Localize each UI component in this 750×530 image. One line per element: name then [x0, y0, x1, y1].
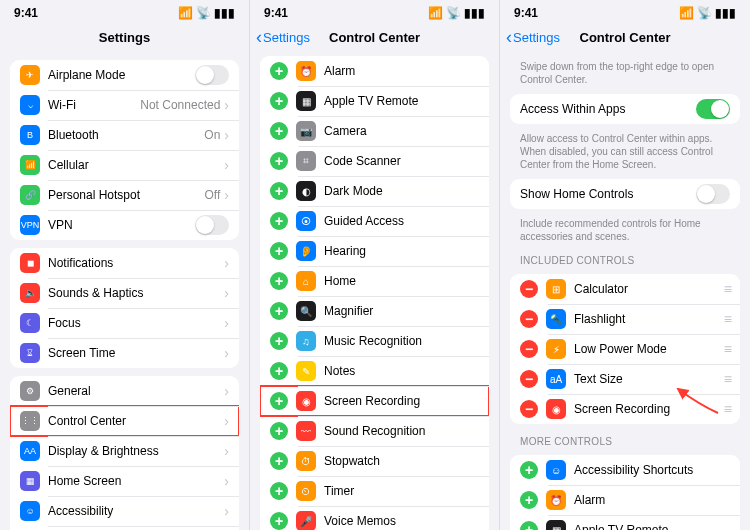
- control-row[interactable]: +⌗Code Scanner: [260, 146, 489, 176]
- toggle[interactable]: [696, 99, 730, 119]
- row-label: Display & Brightness: [48, 444, 224, 458]
- settings-row[interactable]: AADisplay & Brightness›: [10, 436, 239, 466]
- add-button[interactable]: +: [270, 182, 288, 200]
- wifi-icon: 📡: [196, 6, 211, 20]
- row-label: Text Size: [574, 372, 724, 386]
- settings-row[interactable]: 🔗Personal HotspotOff›: [10, 180, 239, 210]
- wifi-icon: 📡: [697, 6, 712, 20]
- status-bar: 9:41 📶 📡 ▮▮▮: [250, 0, 499, 22]
- add-button[interactable]: +: [270, 272, 288, 290]
- drag-handle-icon[interactable]: ≡: [724, 401, 730, 417]
- settings-row[interactable]: BBluetoothOn›: [10, 120, 239, 150]
- add-button[interactable]: +: [270, 512, 288, 530]
- remove-button[interactable]: −: [520, 340, 538, 358]
- row-label: Alarm: [324, 64, 479, 78]
- settings-row[interactable]: ⌵Wi-FiNot Connected›: [10, 90, 239, 120]
- chevron-left-icon: ‹: [506, 28, 512, 46]
- remove-button[interactable]: −: [520, 310, 538, 328]
- add-button[interactable]: +: [270, 452, 288, 470]
- control-row[interactable]: +▦Apple TV Remote: [510, 515, 740, 530]
- add-button[interactable]: +: [270, 362, 288, 380]
- control-icon: ⌂: [296, 271, 316, 291]
- settings-row[interactable]: ⌛︎Screen Time›: [10, 338, 239, 368]
- remove-button[interactable]: −: [520, 370, 538, 388]
- control-row[interactable]: +▦Apple TV Remote: [260, 86, 489, 116]
- add-button[interactable]: +: [270, 122, 288, 140]
- remove-button[interactable]: −: [520, 400, 538, 418]
- app-icon: ▦: [20, 471, 40, 491]
- add-button[interactable]: +: [520, 521, 538, 530]
- add-button[interactable]: +: [270, 62, 288, 80]
- add-button[interactable]: +: [270, 332, 288, 350]
- add-button[interactable]: +: [270, 482, 288, 500]
- settings-row[interactable]: ❀Wallpaper›: [10, 526, 239, 530]
- row-label: Timer: [324, 484, 479, 498]
- drag-handle-icon[interactable]: ≡: [724, 341, 730, 357]
- control-row[interactable]: +⌂Home: [260, 266, 489, 296]
- control-row[interactable]: +⏱Stopwatch: [260, 446, 489, 476]
- add-button[interactable]: +: [520, 491, 538, 509]
- control-icon: ▦: [546, 520, 566, 530]
- toggle[interactable]: [195, 215, 229, 235]
- control-row[interactable]: +◉Screen Recording: [260, 386, 489, 416]
- settings-row[interactable]: 🔈Sounds & Haptics›: [10, 278, 239, 308]
- settings-row[interactable]: ◼︎Notifications›: [10, 248, 239, 278]
- included-row[interactable]: −aAText Size≡: [510, 364, 740, 394]
- control-row[interactable]: +✎Notes: [260, 356, 489, 386]
- add-button[interactable]: +: [520, 461, 538, 479]
- app-icon: 🔗: [20, 185, 40, 205]
- row-show-home-controls[interactable]: Show Home Controls: [510, 179, 740, 209]
- settings-row[interactable]: ⚙︎General›: [10, 376, 239, 406]
- drag-handle-icon[interactable]: ≡: [724, 371, 730, 387]
- app-icon: 📶: [20, 155, 40, 175]
- control-row[interactable]: +⏰Alarm: [260, 56, 489, 86]
- row-label: Screen Time: [48, 346, 224, 360]
- settings-row[interactable]: VPNVPN: [10, 210, 239, 240]
- control-row[interactable]: +🔍Magnifier: [260, 296, 489, 326]
- toggle[interactable]: [696, 184, 730, 204]
- control-row[interactable]: +👂Hearing: [260, 236, 489, 266]
- included-row[interactable]: −🔦Flashlight≡: [510, 304, 740, 334]
- included-row[interactable]: −⚡︎Low Power Mode≡: [510, 334, 740, 364]
- settings-row[interactable]: ▦Home Screen›: [10, 466, 239, 496]
- add-button[interactable]: +: [270, 392, 288, 410]
- control-row[interactable]: +🎤Voice Memos: [260, 506, 489, 530]
- section-header: More Controls: [520, 436, 730, 447]
- drag-handle-icon[interactable]: ≡: [724, 281, 730, 297]
- settings-row[interactable]: ☺︎Accessibility›: [10, 496, 239, 526]
- settings-row[interactable]: 📶Cellular›: [10, 150, 239, 180]
- row-access-within-apps[interactable]: Access Within Apps: [510, 94, 740, 124]
- row-label: Apple TV Remote: [574, 523, 730, 530]
- add-button[interactable]: +: [270, 422, 288, 440]
- control-row[interactable]: +⦿Guided Access: [260, 206, 489, 236]
- control-icon: ♫: [296, 331, 316, 351]
- control-row[interactable]: +⏲Timer: [260, 476, 489, 506]
- drag-handle-icon[interactable]: ≡: [724, 311, 730, 327]
- control-row[interactable]: +☺︎Accessibility Shortcuts: [510, 455, 740, 485]
- included-row[interactable]: −⊞Calculator≡: [510, 274, 740, 304]
- control-icon: ◉: [546, 399, 566, 419]
- add-button[interactable]: +: [270, 242, 288, 260]
- add-button[interactable]: +: [270, 152, 288, 170]
- app-icon: ⚙︎: [20, 381, 40, 401]
- control-row[interactable]: +◐Dark Mode: [260, 176, 489, 206]
- back-button[interactable]: ‹ Settings: [506, 28, 560, 46]
- chevron-right-icon: ›: [224, 187, 229, 203]
- add-button[interactable]: +: [270, 92, 288, 110]
- control-row[interactable]: +♫Music Recognition: [260, 326, 489, 356]
- control-row[interactable]: +⏰Alarm: [510, 485, 740, 515]
- settings-row[interactable]: ☾Focus›: [10, 308, 239, 338]
- add-button[interactable]: +: [270, 302, 288, 320]
- row-label: Low Power Mode: [574, 342, 724, 356]
- back-button[interactable]: ‹ Settings: [256, 28, 310, 46]
- remove-button[interactable]: −: [520, 280, 538, 298]
- phone-control-center-settings: 9:41 📶 📡 ▮▮▮ ‹ Settings Control Center S…: [500, 0, 750, 530]
- control-icon: ⏰: [296, 61, 316, 81]
- control-row[interactable]: +📷Camera: [260, 116, 489, 146]
- add-button[interactable]: +: [270, 212, 288, 230]
- settings-row[interactable]: ✈︎Airplane Mode: [10, 60, 239, 90]
- control-row[interactable]: +〰︎Sound Recognition: [260, 416, 489, 446]
- settings-row[interactable]: ⋮⋮Control Center›: [10, 406, 239, 436]
- toggle[interactable]: [195, 65, 229, 85]
- included-row[interactable]: −◉Screen Recording≡: [510, 394, 740, 424]
